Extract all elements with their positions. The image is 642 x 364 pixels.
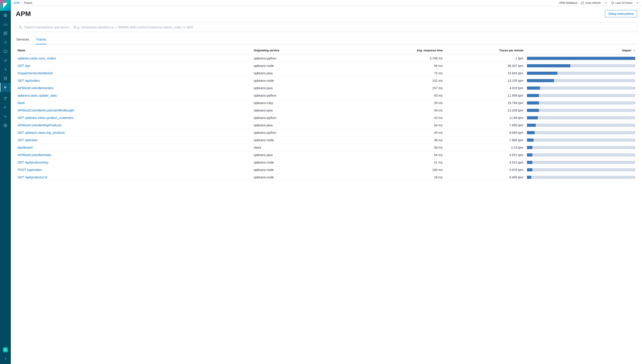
space-badge[interactable]: D [3, 347, 8, 352]
header-service[interactable]: Originating service [252, 46, 358, 54]
impact-bar [527, 154, 635, 156]
svg-point-8 [4, 59, 7, 62]
trace-impact [525, 151, 637, 158]
nav-management[interactable] [0, 121, 11, 130]
search-bar[interactable] [16, 22, 637, 32]
nav-divider [1, 93, 10, 93]
trace-service: opbeans-node [252, 77, 358, 84]
trace-name-link[interactable]: GET opbeans.views.product_customers [18, 116, 74, 120]
nav-timelion[interactable] [0, 38, 11, 47]
trace-name-link[interactable]: POST /api/orders [18, 168, 42, 172]
impact-bar [527, 131, 635, 134]
trace-tpm: 12.028 tpm [444, 106, 525, 114]
apm-feedback-link[interactable]: APM feedback [559, 1, 577, 4]
table-row: GET /api/products/top opbeans-node 41 ms… [16, 158, 637, 166]
time-range-next[interactable] [636, 1, 639, 4]
table-row: opbeans.tasks.sync_orders opbeans-python… [16, 54, 637, 62]
trace-name-link[interactable]: GET /api/orders [18, 79, 40, 82]
trace-response: 56 ms [358, 62, 445, 70]
breadcrumb-root[interactable]: APM [14, 1, 20, 4]
trace-response: 30 ms [358, 99, 445, 106]
tab-services[interactable]: Services [16, 35, 30, 44]
trace-name-link[interactable]: Rack [18, 101, 25, 105]
auto-refresh-toggle[interactable]: Auto-refresh [581, 1, 601, 4]
trace-service: opbeans-node [252, 174, 358, 181]
trace-name-link[interactable]: DispatcherServlet#doGet [18, 72, 53, 75]
refresh-icon [581, 1, 584, 4]
header-response[interactable]: Avg. response time [358, 46, 445, 54]
time-range-picker[interactable]: Last 24 hours [611, 1, 632, 4]
nav-monitoring[interactable] [0, 112, 11, 121]
search-input[interactable] [24, 26, 634, 29]
sidebar-bottom: D [0, 346, 11, 364]
trace-name-link[interactable]: opbeans.tasks.update_stats [18, 94, 57, 97]
trace-name-link[interactable]: GET /api [18, 64, 30, 68]
nav-infra[interactable] [0, 74, 11, 83]
impact-bar [527, 109, 635, 112]
trace-impact [525, 70, 637, 77]
trace-impact [525, 99, 637, 106]
trace-impact [525, 158, 637, 166]
nav-canvas[interactable] [0, 47, 11, 56]
trace-name-link[interactable]: opbeans.tasks.sync_orders [18, 56, 56, 60]
trace-name-link[interactable]: APIRestController#customerWhoBought [18, 108, 74, 112]
breadcrumb-current: Traces [24, 1, 32, 4]
tabs: Services Traces [16, 35, 637, 44]
trace-tpm: 0.976 tpm [444, 166, 525, 174]
trace-response: 36 ms [358, 136, 445, 144]
trace-name-link[interactable]: GET /api/products/:id [18, 176, 47, 179]
trace-impact [525, 62, 637, 70]
impact-bar [527, 138, 635, 142]
table-row: POST /api/orders opbeans-node 190 ms 0.9… [16, 166, 637, 174]
table-row: DispatcherServlet#doGet opbeans-java 75 … [16, 70, 637, 77]
kibana-logo[interactable] [0, 0, 11, 11]
tab-traces[interactable]: Traces [36, 35, 47, 44]
header-name[interactable]: Name [16, 46, 252, 54]
trace-response: 2,746 ms [358, 54, 445, 62]
nav-devtools[interactable] [0, 103, 11, 112]
collapse-sidebar[interactable] [0, 354, 11, 363]
table-row: APIRestController#orders opbeans-java 15… [16, 84, 637, 92]
trace-name-link[interactable]: APIRestController#topProducts [18, 124, 62, 127]
trace-name-link[interactable]: GET /api/stats [18, 138, 38, 142]
nav-visualize[interactable] [0, 20, 11, 29]
trace-name-link[interactable]: APIRestController#orders [18, 86, 54, 90]
main: APM / Traces APM feedback Auto-refresh L… [11, 0, 642, 364]
header-impact[interactable]: Impact [525, 46, 637, 54]
trace-name-link[interactable]: GET opbeans.views.top_products [18, 131, 65, 134]
trace-tpm: 8.493 tpm [444, 174, 525, 181]
impact-bar [527, 72, 635, 75]
trace-tpm: 8.083 tpm [444, 129, 525, 136]
trace-tpm: 13.105 tpm [444, 77, 525, 84]
trace-tpm: 4.026 tpm [444, 84, 525, 92]
trace-impact [525, 136, 637, 144]
nav-dashboard[interactable] [0, 29, 11, 38]
trace-tpm: 7.885 tpm [444, 136, 525, 144]
nav-ml[interactable] [0, 65, 11, 74]
nav-apm[interactable] [0, 83, 11, 92]
trace-response: 54 ms [358, 122, 445, 129]
trace-service: opbeans-node [252, 62, 358, 70]
trace-name-link[interactable]: dashboard [18, 146, 33, 149]
time-range-prev[interactable] [604, 1, 607, 4]
impact-bar [527, 124, 635, 127]
trace-impact [525, 84, 637, 92]
nav-maps[interactable] [0, 56, 11, 65]
search-icon [19, 26, 22, 29]
topbar-right: APM feedback Auto-refresh Last 24 hours [559, 1, 639, 4]
trace-name-link[interactable]: GET /api/products/top [18, 160, 48, 164]
nav-discover[interactable] [0, 11, 11, 20]
header-tpm[interactable]: Traces per minute [444, 46, 525, 54]
chevron-right-icon [636, 1, 639, 4]
trace-name-link[interactable]: APIRestController#stats [18, 153, 51, 157]
trace-service: opbeans-node [252, 166, 358, 174]
svg-point-13 [5, 99, 6, 100]
trace-response: 18 ms [358, 174, 445, 181]
svg-rect-6 [4, 50, 7, 52]
svg-rect-4 [6, 34, 7, 35]
trace-response: 157 ms [358, 84, 445, 92]
content: APM Setup Instructions Services Traces N… [11, 6, 642, 185]
nav-graph[interactable] [0, 94, 11, 103]
trace-service: client [252, 144, 358, 151]
setup-instructions-button[interactable]: Setup Instructions [605, 10, 637, 17]
